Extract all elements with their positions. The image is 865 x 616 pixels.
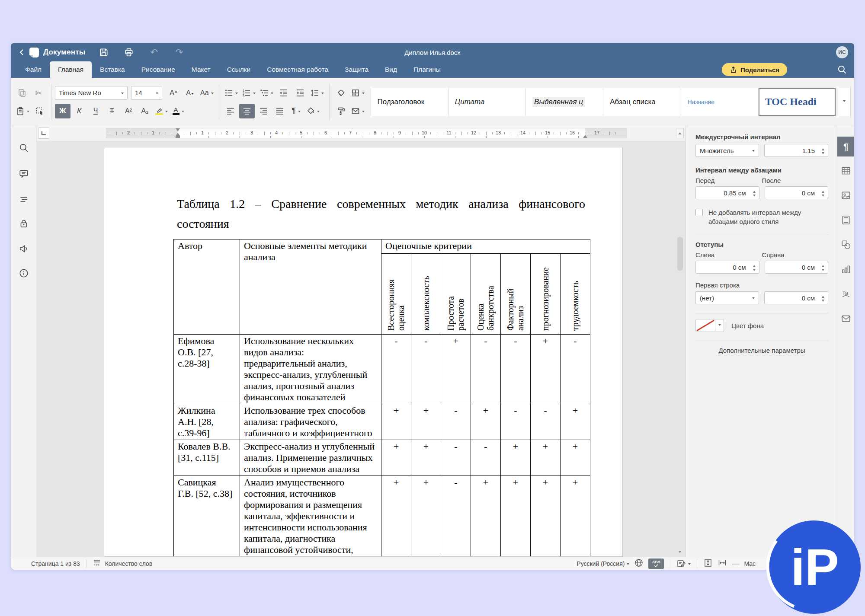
fit-width-button[interactable] (718, 558, 727, 569)
align-center-button[interactable] (239, 104, 255, 118)
left-indent-marker[interactable] (176, 136, 180, 138)
increase-font-button[interactable]: A (166, 86, 181, 100)
redo-button[interactable]: ↷ (173, 46, 186, 59)
spacing-before-spinner[interactable]: 0.85 см (695, 186, 759, 199)
menu-tab[interactable]: Совместная работа (259, 61, 336, 78)
first-line-value-spinner[interactable]: 0 см (764, 291, 828, 304)
superscript-button[interactable]: A² (121, 104, 136, 118)
background-color-dropdown[interactable] (715, 319, 724, 332)
page-indicator[interactable]: Страница 1 из 83 (31, 560, 80, 567)
nonprinting-chars-button[interactable]: ¶ (288, 104, 304, 118)
save-button[interactable] (97, 46, 110, 59)
first-line-mode-select[interactable]: (нет) (695, 291, 759, 304)
style-preset-subtitle[interactable]: Подзаголовок (371, 88, 449, 116)
decrease-indent-button[interactable] (276, 86, 292, 100)
highlight-color-button[interactable] (154, 104, 170, 118)
multilevel-list-button[interactable] (258, 86, 275, 100)
fit-page-button[interactable] (703, 558, 713, 569)
hanging-indent-marker[interactable] (176, 131, 180, 136)
document-page[interactable]: Таблица 1.2 – Сравнение современных мето… (104, 147, 623, 557)
avatar[interactable]: ИС (836, 46, 848, 58)
menu-tab[interactable]: Файл (17, 61, 50, 78)
indent-left-spinner[interactable]: 0 см (695, 261, 759, 274)
align-left-button[interactable] (223, 104, 238, 118)
font-color-button[interactable]: A (170, 104, 186, 118)
text-art-settings-icon[interactable]: Ta (841, 289, 851, 299)
feedback-icon[interactable] (19, 243, 29, 254)
indent-right-spinner[interactable]: 0 см (765, 261, 829, 274)
bold-button[interactable]: Ж (55, 104, 70, 118)
undo-button[interactable]: ↶ (147, 46, 160, 59)
cut-button[interactable]: ✂ (31, 86, 46, 100)
line-spacing-button[interactable] (309, 86, 326, 100)
change-case-button[interactable]: Aa (199, 86, 215, 100)
menu-tab[interactable]: Ссылки (219, 61, 259, 78)
advanced-settings-link[interactable]: Дополнительные параметры (695, 347, 828, 355)
menu-tab[interactable]: Вид (377, 61, 405, 78)
right-indent-marker[interactable] (583, 133, 587, 138)
line-spacing-value-spinner[interactable]: 1.15 (764, 144, 828, 157)
find-icon[interactable] (19, 143, 29, 153)
style-preset-title[interactable]: Название (681, 88, 759, 116)
scrollbar-thumb[interactable] (677, 237, 683, 271)
header-footer-settings-icon[interactable] (841, 215, 851, 225)
back-icon[interactable] (17, 48, 26, 57)
scroll-down-button[interactable] (676, 547, 683, 556)
paragraph-settings-tab[interactable]: ¶ (837, 137, 854, 156)
decrease-font-button[interactable]: A (182, 86, 198, 100)
shading-button[interactable] (305, 104, 321, 118)
font-name-select[interactable]: Times New Ro (55, 86, 128, 100)
search-icon[interactable] (837, 64, 847, 75)
bullet-list-button[interactable] (223, 86, 240, 100)
subscript-button[interactable]: A₂ (137, 104, 153, 118)
menu-tab[interactable]: Макет (183, 61, 219, 78)
share-button[interactable]: Поделиться (722, 63, 787, 76)
select-all-button[interactable] (32, 104, 48, 118)
style-preset-toc[interactable]: TOC Headi (759, 88, 836, 116)
background-color-swatch[interactable] (695, 319, 715, 332)
spacing-after-spinner[interactable]: 0 см (765, 186, 829, 199)
menu-tab[interactable]: Главная (50, 61, 92, 78)
style-preset-intense[interactable]: Выделенная ц (526, 88, 603, 116)
table-shading-button[interactable] (349, 86, 366, 100)
menu-tab[interactable]: Защита (336, 61, 377, 78)
copy-button[interactable] (14, 86, 30, 100)
track-changes-button[interactable] (676, 559, 691, 568)
numbered-list-button[interactable]: 123 (240, 86, 257, 100)
navigation-icon[interactable] (19, 195, 29, 205)
line-spacing-mode-select[interactable]: Множитель (695, 144, 759, 157)
document-language-icon[interactable] (634, 558, 644, 569)
style-preset-quote[interactable]: Цитата (449, 88, 526, 116)
spellcheck-toggle[interactable]: АБВ (648, 559, 664, 569)
vertical-scrollbar[interactable] (676, 141, 683, 557)
style-preset-list[interactable]: Абзац списка (603, 88, 681, 116)
app-logo-icon[interactable] (28, 47, 40, 58)
increase-indent-button[interactable] (292, 86, 308, 100)
menu-tab[interactable]: Плагины (405, 61, 449, 78)
align-right-button[interactable] (256, 104, 271, 118)
menu-tab[interactable]: Вставка (92, 61, 133, 78)
justify-button[interactable] (272, 104, 288, 118)
format-painter-button[interactable] (333, 104, 349, 118)
shape-settings-icon[interactable] (841, 239, 851, 250)
tab-selector[interactable] (38, 128, 49, 139)
paste-button[interactable] (14, 104, 31, 118)
mail-merge-button[interactable] (349, 104, 366, 118)
comments-icon[interactable] (19, 169, 29, 179)
language-select[interactable]: Русский (Россия) (577, 560, 629, 567)
clear-style-button[interactable] (333, 86, 349, 100)
zoom-out-button[interactable]: — (732, 559, 739, 568)
protection-icon[interactable] (19, 218, 29, 229)
about-icon[interactable] (19, 268, 29, 278)
mail-merge-settings-icon[interactable] (841, 313, 851, 324)
menu-tab[interactable]: Рисование (133, 61, 183, 78)
horizontal-ruler[interactable]: 211234567891011121314151617 (106, 128, 627, 138)
italic-button[interactable]: К (71, 104, 87, 118)
table-settings-icon[interactable] (841, 166, 851, 176)
underline-button[interactable]: Ч (88, 104, 103, 118)
word-count-label[interactable]: Количество слов (105, 560, 153, 567)
styles-gallery-expand-button[interactable] (838, 88, 851, 116)
print-button[interactable] (122, 46, 135, 59)
no-interval-checkbox[interactable] (695, 209, 703, 216)
scroll-up-button[interactable] (676, 128, 684, 138)
